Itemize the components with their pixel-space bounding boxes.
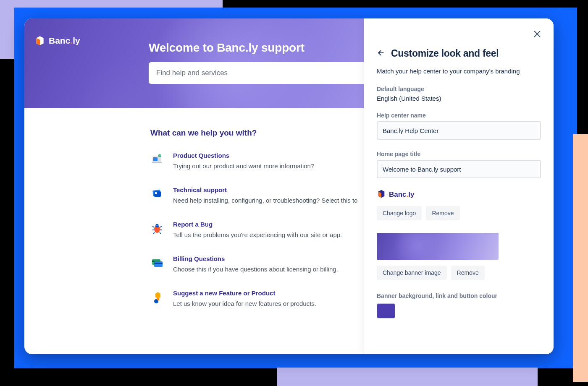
change-logo-button[interactable]: Change logo — [377, 206, 422, 220]
banner-color-swatch[interactable] — [377, 303, 395, 318]
category-desc: Choose this if you have questions about … — [173, 265, 338, 274]
close-button[interactable] — [533, 29, 542, 40]
arrow-left-icon — [377, 49, 385, 57]
category-desc: Tell us the problems you're experiencing… — [173, 230, 342, 239]
svg-rect-13 — [154, 261, 163, 267]
help-center-name-input[interactable] — [377, 121, 541, 140]
brand-name: Banc.ly — [49, 36, 80, 46]
brand-logo: Banc.ly — [34, 35, 80, 46]
banner-preview — [377, 233, 499, 260]
bug-icon — [150, 222, 164, 235]
close-icon — [533, 29, 542, 39]
svg-rect-5 — [154, 191, 161, 197]
laptop-icon — [150, 153, 164, 166]
billing-icon — [150, 256, 164, 269]
remove-banner-button[interactable]: Remove — [451, 266, 485, 280]
category-desc: Trying out our product and want more inf… — [173, 162, 314, 170]
customize-panel: Customize look and feel Match your help … — [364, 18, 554, 354]
logo-icon — [377, 189, 386, 200]
category-title: Product Questions — [173, 152, 314, 159]
panel-title: Customize look and feel — [391, 48, 499, 59]
idea-icon — [150, 290, 164, 304]
svg-rect-14 — [154, 263, 163, 264]
default-language-value: English (United States) — [377, 95, 541, 102]
help-center-name-label: Help center name — [377, 112, 541, 119]
category-desc: Need help installing, configuring, or tr… — [173, 196, 357, 205]
home-page-title-input[interactable] — [377, 160, 541, 178]
category-title: Report a Bug — [173, 221, 342, 228]
logo-preview: Banc.ly — [377, 189, 541, 200]
category-desc: Let us know your idea for new features o… — [173, 299, 316, 308]
svg-point-6 — [155, 192, 157, 194]
back-button[interactable] — [377, 49, 385, 59]
category-title: Suggest a new Feature or Product — [173, 290, 316, 297]
svg-rect-2 — [152, 162, 162, 163]
logo-icon — [34, 35, 45, 46]
banner-color-label: Banner background, link and button colou… — [377, 292, 541, 299]
svg-rect-16 — [157, 298, 159, 300]
category-title: Billing Questions — [173, 255, 338, 262]
svg-rect-1 — [153, 157, 158, 161]
logo-text: Banc.ly — [389, 190, 415, 199]
home-page-title-label: Home page title — [377, 151, 541, 157]
svg-point-9 — [156, 225, 157, 226]
default-language-label: Default language — [377, 86, 541, 92]
app-frame: Banc.ly Welcome to Banc.ly support What … — [24, 18, 554, 354]
panel-subtitle: Match your help center to your company's… — [377, 68, 541, 75]
svg-point-10 — [158, 225, 159, 226]
change-banner-button[interactable]: Change banner image — [377, 266, 447, 280]
support-icon — [150, 187, 164, 201]
remove-logo-button[interactable]: Remove — [426, 206, 459, 220]
category-title: Technical support — [173, 186, 357, 193]
